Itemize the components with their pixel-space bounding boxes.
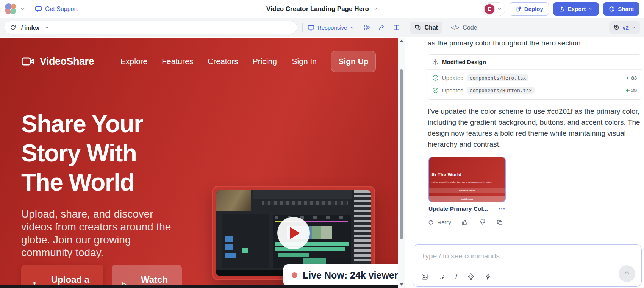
- assistant-message-tail: as the primary color throughout the hero…: [428, 39, 633, 47]
- version-thumbnail[interactable]: th The World videos around the globe. Jo…: [428, 157, 506, 202]
- row-file: components/Hero.tsx: [467, 74, 529, 81]
- arrow-up-icon: [623, 270, 631, 277]
- preview-nav: VideoShare Explore Features Creators Pri…: [21, 47, 376, 76]
- toolbar-divider: [405, 23, 405, 32]
- code-icon: </>: [451, 25, 460, 31]
- nav-link-creators[interactable]: Creators: [208, 57, 238, 66]
- slash-command-icon[interactable]: /: [455, 272, 457, 281]
- check-circle-icon: [432, 87, 439, 94]
- url-bar[interactable]: / index: [4, 21, 297, 34]
- hero-heading: Share Your Story With The World: [21, 110, 188, 197]
- row-diff: +-83: [626, 75, 637, 81]
- history-icon: [613, 24, 620, 31]
- get-support-button[interactable]: Get Support: [35, 5, 78, 13]
- tab-code[interactable]: </> Code: [446, 22, 482, 34]
- thumbnail-button-2: watch now: [429, 196, 505, 202]
- chat-bubble-icon: [35, 5, 42, 13]
- composer-tools: /: [421, 272, 491, 281]
- project-title-dropdown[interactable]: Video Creator Landing Page Hero: [266, 5, 378, 13]
- copy-icon[interactable]: [496, 219, 503, 226]
- project-title: Video Creator Landing Page Hero: [266, 5, 369, 13]
- assistant-message: I've updated the color scheme to use #cd…: [428, 106, 644, 150]
- refresh-icon[interactable]: [10, 24, 16, 31]
- account-menu[interactable]: E: [483, 2, 505, 16]
- device-mode-dropdown[interactable]: Responsive: [308, 24, 355, 31]
- device-chevron-down-icon: [350, 25, 355, 30]
- header-right: E Deploy Export: [483, 2, 639, 16]
- version-menu-dots-icon[interactable]: ⋯: [499, 205, 505, 213]
- sign-up-button[interactable]: Sign Up: [331, 51, 376, 72]
- brand-name: VideoShare: [40, 56, 94, 67]
- send-button[interactable]: [619, 265, 635, 282]
- monitor-icon: [308, 24, 314, 31]
- retry-label: Retry: [437, 219, 451, 226]
- diamonds-icon[interactable]: [467, 273, 474, 280]
- row-diff: +-29: [626, 88, 637, 93]
- thumbnail-heading: th The World: [431, 172, 461, 177]
- chat-input-box: /: [413, 244, 642, 287]
- split-columns-icon[interactable]: [393, 24, 400, 31]
- header-left: Get Support: [5, 3, 78, 15]
- version-chevron-down-icon: [631, 25, 636, 30]
- retry-icon: [428, 219, 434, 225]
- tab-chat[interactable]: Chat: [410, 22, 442, 34]
- deploy-button[interactable]: Deploy: [510, 2, 549, 16]
- brand[interactable]: VideoShare: [21, 56, 94, 67]
- scroll-up-arrow-icon[interactable]: [400, 40, 403, 42]
- updated-file-row[interactable]: Updated components/Button.tsx +-29: [427, 84, 642, 97]
- upload-icon: [559, 6, 565, 12]
- updated-file-row[interactable]: Updated components/Hero.tsx +-83: [427, 72, 642, 84]
- nav-link-pricing[interactable]: Pricing: [253, 57, 277, 66]
- preview-tools: [364, 24, 400, 31]
- thumbs-down-icon[interactable]: [479, 219, 486, 226]
- open-preview-arrow-icon[interactable]: [378, 24, 385, 31]
- export-button[interactable]: Export: [553, 2, 599, 16]
- nav-link-explore[interactable]: Explore: [120, 57, 147, 66]
- get-support-label: Get Support: [45, 6, 78, 13]
- globe-icon: [609, 6, 615, 12]
- chat-tab-icon: [414, 24, 421, 31]
- preview-bottom-section: [0, 285, 398, 288]
- retry-button[interactable]: Retry: [428, 219, 451, 226]
- modified-design-header: Modified Design: [427, 55, 642, 70]
- hero-description: Upload, share, and discover videos from …: [21, 208, 180, 259]
- chat-tab-label: Chat: [424, 24, 438, 31]
- modified-design-rows: Updated components/Hero.tsx +-83 Updated…: [427, 70, 642, 99]
- device-mode-label: Responsive: [317, 24, 347, 31]
- image-icon[interactable]: [421, 273, 428, 280]
- lightning-icon[interactable]: [485, 273, 491, 280]
- main-area: VideoShare Explore Features Creators Pri…: [0, 38, 644, 288]
- sign-in-link[interactable]: Sign In: [292, 57, 317, 66]
- deploy-label: Deploy: [524, 6, 543, 12]
- account-chevron-down-icon: [497, 6, 502, 11]
- play-button[interactable]: [277, 217, 310, 249]
- route-chevron-down-icon[interactable]: [44, 25, 49, 30]
- component-icon[interactable]: [364, 24, 370, 31]
- chat-input[interactable]: [421, 250, 611, 262]
- modified-design-title: Modified Design: [442, 59, 486, 65]
- export-chevron-down-icon: [589, 7, 593, 11]
- preview-nav-right: Sign In Sign Up: [292, 51, 376, 72]
- modified-design-card: Modified Design Updated components/Hero.…: [427, 54, 642, 100]
- thumbnail-caption: videos around the globe. Join our growin…: [431, 181, 492, 183]
- version-title-row: Update Primary Col... ⋯: [428, 205, 505, 213]
- app-logo-icon[interactable]: [5, 3, 17, 15]
- scroll-down-arrow-icon[interactable]: [400, 283, 403, 286]
- title-chevron-down-icon: [372, 6, 378, 12]
- check-circle-icon: [432, 75, 439, 81]
- select-area-icon[interactable]: [438, 273, 445, 280]
- thumbs-up-icon[interactable]: [461, 219, 469, 226]
- preview-panel: VideoShare Explore Features Creators Pri…: [0, 38, 398, 288]
- live-dot-icon: [292, 272, 297, 278]
- route-path: / index: [21, 24, 39, 31]
- nav-link-features[interactable]: Features: [162, 57, 193, 66]
- row-action: Updated: [442, 87, 464, 94]
- scrollbar-thumb[interactable]: [400, 69, 403, 239]
- preview-scrollbar[interactable]: [398, 38, 405, 288]
- share-button[interactable]: Share: [603, 2, 639, 16]
- browser-toolbar: / index Responsive: [0, 18, 644, 37]
- version-label: v2: [622, 24, 629, 31]
- preview-nav-links: Explore Features Creators Pricing: [120, 57, 277, 66]
- version-dropdown[interactable]: v2: [609, 21, 640, 34]
- workspace-chevron-down-icon[interactable]: [20, 6, 25, 12]
